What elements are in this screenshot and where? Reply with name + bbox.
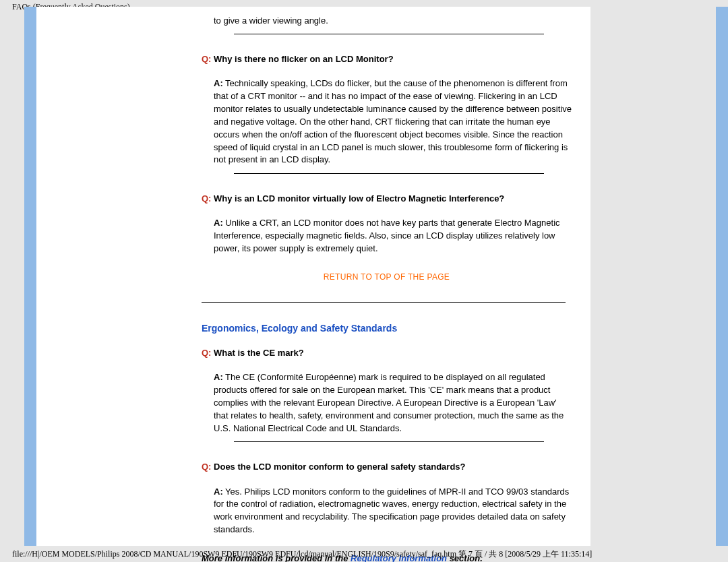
faq-item: Q: What is the CE mark? A: The CE (Confo… [202,347,572,442]
a-label: A: [214,487,223,497]
faq-question: Q: Does the LCD monitor conform to gener… [202,461,572,473]
return-to-top-link[interactable]: RETURN TO TOP OF THE PAGE [202,272,572,282]
section-divider [202,302,566,303]
faq-answer: A: Yes. Philips LCD monitors conform to … [214,486,572,536]
faq-answer: A: The CE (Conformité Européenne) mark i… [214,371,572,435]
a-label: A: [214,218,223,228]
main-frame: to give a wider viewing angle. Q: Why is… [24,7,706,546]
a-label: A: [214,78,223,88]
faq-answer: A: Unlike a CRT, an LCD monitor does not… [214,217,572,255]
a-text: Unlike a CRT, an LCD monitor does not ha… [214,218,560,253]
page-root: FAQs (Frequently Asked Questions) to giv… [0,0,728,562]
q-label: Q: [202,193,211,204]
q-text: What is the CE mark? [211,348,303,358]
footer-file-path: file:///H|/OEM MODELS/Philips 2008/CD MA… [12,549,592,560]
section-heading: Ergonomics, Ecology and Safety Standards [202,323,572,334]
q-label: Q: [202,54,211,64]
divider [234,441,544,442]
faq-question: Q: What is the CE mark? [202,347,572,359]
faq-item: Q: Why is an LCD monitor virtually low o… [202,193,572,255]
q-label: Q: [202,462,211,472]
faq-answer: A: Technically speaking, LCDs do flicker… [214,77,572,166]
faq-question: Q: Why is there no flicker on an LCD Mon… [202,53,572,65]
right-decorative-bar [716,7,728,546]
partial-answer-continuation: to give a wider viewing angle. [214,15,572,27]
q-label: Q: [202,348,211,358]
q-text: Does the LCD monitor conform to general … [211,462,465,472]
a-text: Technically speaking, LCDs do flicker, b… [214,78,572,164]
content-area: to give a wider viewing angle. Q: Why is… [36,7,590,546]
q-text: Why is there no flicker on an LCD Monito… [211,54,393,64]
left-decorative-bar [24,7,36,546]
q-text: Why is an LCD monitor virtually low of E… [211,193,504,204]
faq-item: Q: Does the LCD monitor conform to gener… [202,461,572,536]
a-text: The CE (Conformité Européenne) mark is r… [214,372,564,433]
faq-item: Q: Why is there no flicker on an LCD Mon… [202,53,572,174]
faq-question: Q: Why is an LCD monitor virtually low o… [202,193,572,205]
divider [234,173,544,174]
a-label: A: [214,372,223,382]
a-text: Yes. Philips LCD monitors conform to the… [214,487,569,535]
divider [234,34,544,34]
